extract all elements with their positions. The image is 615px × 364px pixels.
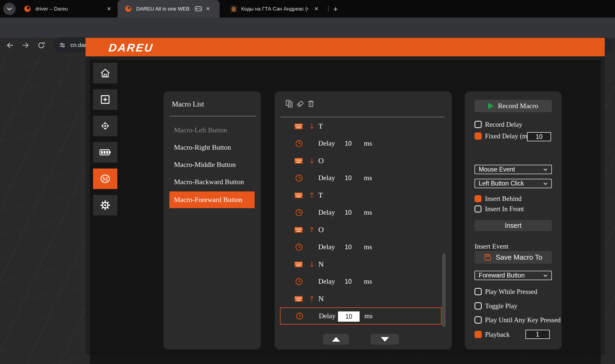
gamepad-icon (195, 6, 202, 11)
macro-event-list: ↓TDelay10ms↓ODelay10ms↑TDelay10ms↑ODelay… (280, 118, 442, 325)
home-icon (100, 68, 111, 78)
chevron-down-icon (543, 182, 548, 185)
add-profile-icon (100, 94, 110, 105)
sidebar-item-add-profile[interactable] (93, 89, 117, 110)
play-while-pressed-checkbox[interactable] (474, 288, 482, 295)
macro-event-row[interactable]: Delay10ms (280, 238, 442, 256)
fixed-delay-input[interactable] (527, 132, 551, 141)
macro-controls-panel: Record Macro Record Delay Fixed Delay (m… (465, 91, 562, 349)
tab-gta-codes[interactable]: Коды на ГТА Сан Андреас (чит ✕ (224, 0, 322, 18)
battery-icon (99, 148, 111, 156)
divider (281, 117, 445, 117)
clock-icon (295, 243, 303, 251)
clock-icon (295, 174, 303, 182)
keyboard-icon-wrap (295, 256, 303, 273)
toggle-play-label: Toggle Play (485, 302, 517, 310)
chevron-down-icon (543, 274, 548, 277)
arrow-up-icon: ↑ (308, 221, 316, 238)
play-icon (488, 103, 494, 109)
forward-icon[interactable] (22, 41, 30, 49)
close-icon[interactable]: ✕ (206, 6, 210, 11)
playback-checkbox[interactable] (474, 331, 482, 338)
move-event-up-button[interactable] (323, 334, 349, 345)
keyboard-icon (295, 158, 303, 164)
macro-list-item[interactable]: Macro-Left Button (174, 125, 227, 136)
page-favicon-icon (230, 5, 237, 12)
macro-event-row[interactable]: ↑O (280, 221, 442, 238)
macro-event-row[interactable]: ↑N (280, 290, 442, 307)
clock-icon-wrap (295, 238, 303, 256)
macro-event-row[interactable]: ↑T (280, 187, 442, 204)
macro-event-row[interactable]: ↓N (280, 256, 442, 273)
macro-list-item[interactable]: Macro-Middle Button (174, 159, 236, 170)
fixed-delay-label: Fixed Delay (ms) (485, 132, 532, 140)
playback-count-input[interactable] (525, 330, 550, 339)
tab-separator (328, 6, 329, 12)
svg-text:M: M (102, 175, 108, 182)
browser-toolbar: cn.dareu.com/allinoneweb/index.html (0, 18, 615, 38)
toggle-play-checkbox[interactable] (474, 302, 482, 310)
delay-label: Delay (318, 273, 335, 290)
delete-icon[interactable] (307, 100, 315, 108)
event-key-value: T (318, 187, 323, 204)
save-macro-button[interactable]: Save Macro To (474, 251, 552, 264)
delay-value: 10 (340, 273, 356, 290)
close-icon[interactable]: ✕ (107, 6, 111, 11)
macro-event-row[interactable]: ↓O (280, 152, 442, 169)
insert-event-label: Insert Event (474, 242, 508, 250)
reload-icon[interactable] (37, 41, 45, 49)
delay-unit: ms (364, 308, 373, 324)
sidebar-item-dpi[interactable] (93, 116, 117, 136)
delay-value-input[interactable] (338, 311, 360, 322)
move-event-down-button[interactable] (371, 334, 399, 345)
insert-behind-checkbox[interactable] (474, 195, 481, 202)
macro-event-row[interactable]: Delay10ms (280, 135, 442, 152)
save-icon (484, 254, 491, 261)
eraser-icon[interactable] (296, 100, 304, 108)
save-target-value: Foreward Button (479, 272, 525, 279)
macro-event-row[interactable]: ↓T (280, 118, 442, 135)
record-delay-label: Record Delay (485, 121, 522, 128)
sidebar-item-settings[interactable] (93, 195, 117, 215)
delay-value: 10 (340, 238, 356, 256)
site-settings-icon[interactable] (59, 42, 66, 49)
macro-list-item[interactable]: Macro-Foreward Button (169, 191, 255, 208)
save-target-select[interactable]: Foreward Button (474, 271, 552, 280)
divider (169, 116, 256, 116)
macro-event-row[interactable]: Delay10ms (280, 169, 442, 187)
record-macro-button[interactable]: Record Macro (474, 100, 552, 112)
macro-list-item[interactable]: Macro-Backward Button (174, 177, 244, 187)
insert-button[interactable]: Insert (474, 220, 552, 231)
tab-driver-dareu[interactable]: driver – Dareu ✕ (19, 0, 115, 18)
brand-header: DAREU (86, 38, 605, 56)
event-type-value: Mouse Event (479, 166, 515, 173)
tab-search-button[interactable] (3, 3, 16, 15)
delay-unit: ms (364, 238, 372, 256)
macro-event-row[interactable]: Delay10ms (280, 204, 442, 221)
record-delay-checkbox[interactable] (474, 121, 482, 128)
delay-label: Delay (318, 169, 335, 187)
event-type-select[interactable]: Mouse Event (474, 165, 552, 174)
sidebar-item-home[interactable] (93, 63, 117, 83)
tab-dareu-web[interactable]: DAREU All in one WEB ✕ (118, 0, 220, 18)
back-icon[interactable] (6, 41, 14, 49)
close-icon[interactable]: ✕ (314, 6, 319, 11)
macro-event-row[interactable]: Delayms (280, 307, 442, 325)
insert-in-front-checkbox[interactable] (474, 205, 481, 212)
macro-event-row[interactable]: Delay10ms (280, 273, 442, 290)
new-tab-button[interactable]: + (331, 5, 340, 14)
sidebar-item-battery[interactable] (93, 142, 117, 163)
chevron-down-icon (543, 168, 548, 171)
event-action-select[interactable]: Left Button Click (474, 179, 552, 188)
sidebar-item-macro[interactable]: M (93, 169, 117, 189)
play-until-any-key-checkbox[interactable] (474, 316, 482, 324)
clock-icon-wrap (295, 204, 303, 221)
insert-button-label: Insert (505, 222, 522, 229)
fixed-delay-checkbox[interactable] (474, 132, 482, 140)
macro-list-item[interactable]: Macro-Right Button (174, 142, 231, 153)
event-list-scrollbar[interactable] (442, 253, 446, 327)
tab-title: Коды на ГТА Сан Андреас (чит (241, 6, 309, 12)
chevron-down-icon (7, 7, 12, 11)
copy-icon[interactable] (285, 100, 293, 108)
clock-icon (295, 140, 303, 147)
